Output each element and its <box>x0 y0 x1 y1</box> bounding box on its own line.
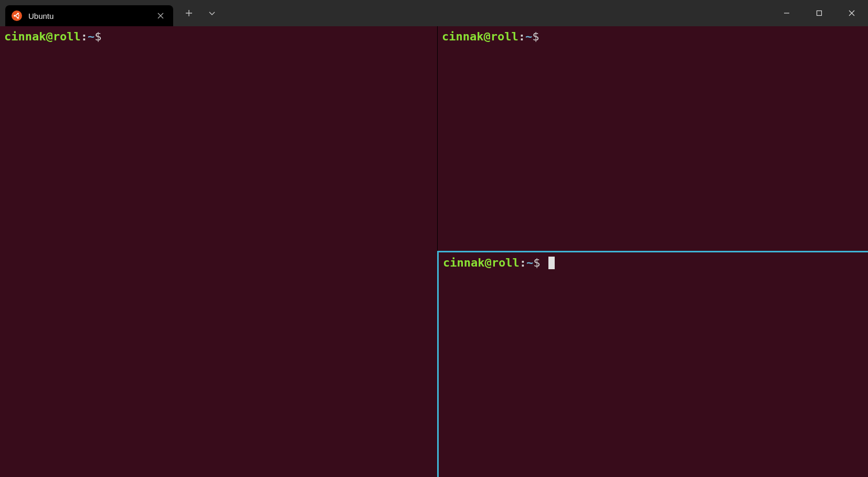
prompt-line: cinnak@roll:~$ <box>442 29 864 45</box>
ubuntu-logo-icon <box>12 10 22 21</box>
right-column: cinnak@roll:~$ cinnak@roll:~$ <box>437 26 868 477</box>
tab-close-button[interactable] <box>155 10 166 21</box>
terminal-pane-bottom-right[interactable]: cinnak@roll:~$ <box>437 251 868 477</box>
prompt-path: ~ <box>526 256 533 269</box>
prompt-path: ~ <box>525 30 532 43</box>
prompt-userhost: cinnak@roll <box>442 30 518 43</box>
tab-actions <box>173 0 224 26</box>
prompt-colon: : <box>520 256 526 269</box>
prompt-colon: : <box>518 30 525 43</box>
left-column: cinnak@roll:~$ <box>0 26 437 477</box>
prompt-dollar: $ <box>532 30 546 43</box>
prompt-path: ~ <box>88 30 94 43</box>
tab-ubuntu[interactable]: Ubuntu <box>5 5 173 26</box>
tab-title: Ubuntu <box>28 12 54 20</box>
cursor <box>548 257 555 269</box>
svg-rect-3 <box>817 11 822 16</box>
terminal-pane-left[interactable]: cinnak@roll:~$ <box>0 26 437 477</box>
maximize-button[interactable] <box>803 0 835 26</box>
prompt-line: cinnak@roll:~$ <box>4 29 433 45</box>
prompt-line: cinnak@roll:~$ <box>443 256 864 271</box>
terminal-area: cinnak@roll:~$ cinnak@roll:~$ cinnak@rol… <box>0 26 868 477</box>
terminal-pane-top-right[interactable]: cinnak@roll:~$ <box>437 26 868 251</box>
prompt-dollar: $ <box>533 256 547 269</box>
window-close-button[interactable] <box>835 0 868 26</box>
tabs-area: Ubuntu <box>0 0 224 26</box>
prompt-userhost: cinnak@roll <box>443 256 520 269</box>
tab-content: Ubuntu <box>12 10 54 21</box>
titlebar: Ubuntu <box>0 0 868 26</box>
prompt-userhost: cinnak@roll <box>4 30 81 43</box>
new-tab-button[interactable] <box>177 2 200 25</box>
minimize-button[interactable] <box>770 0 803 26</box>
tab-dropdown-button[interactable] <box>200 2 224 25</box>
prompt-colon: : <box>81 30 88 43</box>
window-controls <box>770 0 868 26</box>
prompt-dollar: $ <box>94 30 109 43</box>
svg-point-0 <box>14 15 16 17</box>
